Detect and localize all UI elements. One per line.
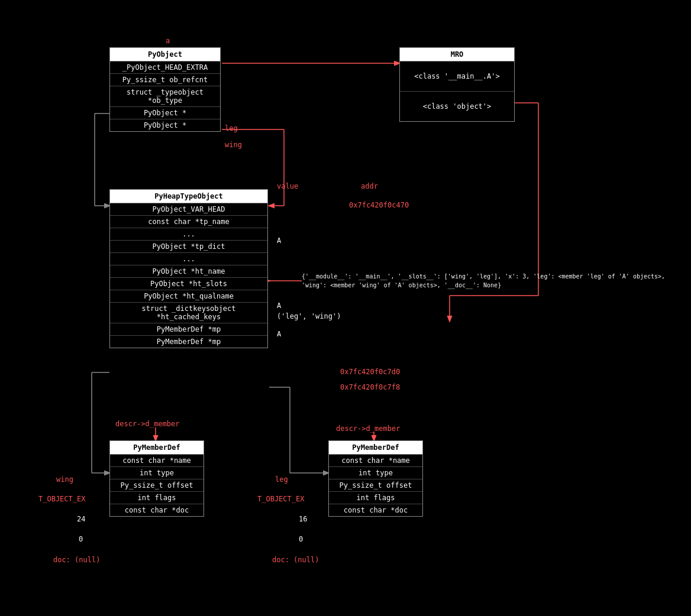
pyheap-field-9: struct _dictkeysobject*ht_cached_keys	[110, 303, 267, 323]
tp-dict-val-1: {'__module__': '__main__', '__slots__': …	[302, 273, 665, 280]
label-A1: A	[277, 236, 281, 245]
label-wing: wing	[225, 141, 242, 149]
doc-null-2: doc: (null)	[272, 556, 319, 564]
T-OBJECT-EX-1: T_OBJECT_EX	[38, 495, 85, 503]
flags0-2: 0	[299, 535, 303, 543]
mro-title: MRO	[400, 48, 514, 61]
pyobject-field-2: Py_ssize_t ob_refcnt	[110, 74, 220, 86]
label-a: a	[166, 37, 170, 45]
flags0-1: 0	[79, 535, 83, 543]
pymemberdef2-field-3: Py_ssize_t offset	[329, 479, 422, 492]
pymemberdef2-field-2: int type	[329, 467, 422, 479]
pyobject-field-5: PyObject *	[110, 119, 220, 131]
pymemberdef2-field-1: const char *name	[329, 455, 422, 467]
pymemberdef1-field-5: const char *doc	[110, 504, 204, 516]
label-addr-val: 0x7fc420f0c470	[349, 201, 409, 209]
descr-d-member-1: descr->d_member	[115, 420, 179, 428]
offset-24: 24	[77, 515, 85, 523]
pymemberdef2-box: PyMemberDef const char *name int type Py…	[328, 440, 423, 517]
offset-16: 16	[299, 515, 307, 523]
pyheap-field-10: PyMemberDef *mp	[110, 323, 267, 336]
doc-null-1: doc: (null)	[53, 556, 100, 564]
label-A3: A	[277, 330, 281, 338]
pyheap-field-8: PyObject *ht_qualname	[110, 290, 267, 303]
pymemberdef1-box: PyMemberDef const char *name int type Py…	[109, 440, 204, 517]
pyobject-field-3: struct _typeobject*ob_type	[110, 86, 220, 107]
descr-d-member-2: descr->d_member	[336, 424, 400, 433]
pymemberdef2-title: PyMemberDef	[329, 441, 422, 455]
pyheap-field-7: PyObject *ht_slots	[110, 278, 267, 290]
wing-label: wing	[56, 475, 73, 484]
pyheap-field-2: const char *tp_name	[110, 216, 267, 228]
pyheap-field-1: PyObject_VAR_HEAD	[110, 203, 267, 216]
pyobject-title: PyObject	[110, 48, 220, 61]
pyobject-box: PyObject _PyObject_HEAD_EXTRA Py_ssize_t…	[109, 47, 221, 132]
T-OBJECT-EX-2: T_OBJECT_EX	[257, 495, 304, 503]
pymemberdef1-title: PyMemberDef	[110, 441, 204, 455]
pyheap-field-3: ...	[110, 228, 267, 241]
mp1-addr: 0x7fc420f0c7d0	[340, 368, 400, 376]
pyheap-field-5: ...	[110, 253, 267, 265]
pymemberdef1-field-3: Py_ssize_t offset	[110, 479, 204, 492]
pyheap-field-4: PyObject *tp_dict	[110, 241, 267, 253]
mro-item-2: <class 'object'>	[400, 92, 514, 121]
pymemberdef2-field-5: const char *doc	[329, 504, 422, 516]
pymemberdef2-field-4: int flags	[329, 492, 422, 504]
pymemberdef1-field-1: const char *name	[110, 455, 204, 467]
pyobject-field-1: _PyObject_HEAD_EXTRA	[110, 61, 220, 74]
tp-dict-val-2: 'wing': <member 'wing' of 'A' objects>, …	[302, 282, 501, 288]
mro-item-1: <class '__main__.A'>	[400, 61, 514, 92]
mp2-addr: 0x7fc420f0c7f8	[340, 383, 400, 391]
pyheap-field-11: PyMemberDef *mp	[110, 336, 267, 348]
mro-box: MRO <class '__main__.A'> <class 'object'…	[399, 47, 515, 122]
pyheap-title: PyHeapTypeObject	[110, 190, 267, 203]
pymemberdef1-field-2: int type	[110, 467, 204, 479]
label-leg: leg	[225, 124, 238, 132]
label-addr: addr	[361, 182, 378, 190]
pyobject-field-4: PyObject *	[110, 107, 220, 119]
label-value: value	[277, 182, 298, 190]
pyheap-box: PyHeapTypeObject PyObject_VAR_HEAD const…	[109, 189, 268, 348]
label-A2: A	[277, 301, 281, 310]
pymemberdef1-field-4: int flags	[110, 492, 204, 504]
pyheap-field-6: PyObject *ht_name	[110, 265, 267, 278]
leg-label: leg	[275, 475, 288, 484]
label-leg-wing: ('leg', 'wing')	[277, 312, 341, 320]
